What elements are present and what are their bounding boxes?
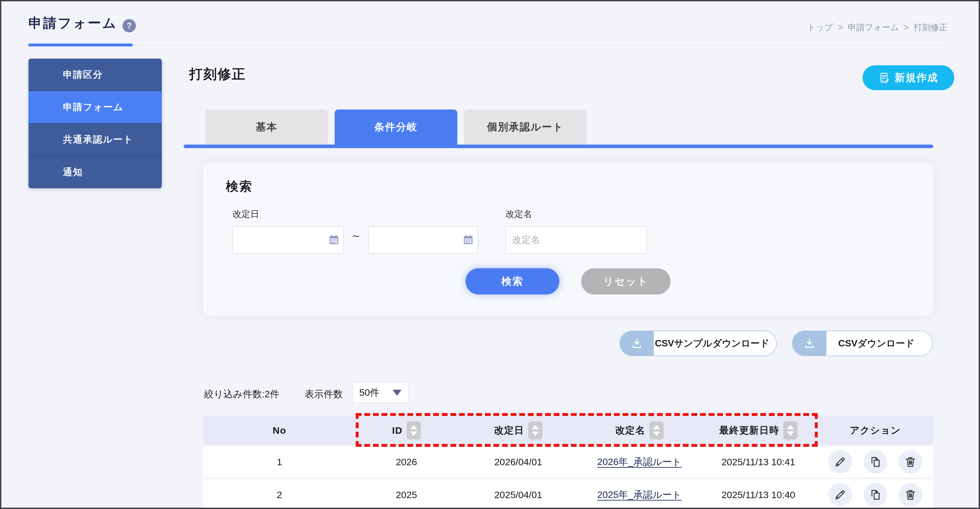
app-title: 申請フォーム [29, 14, 118, 32]
pencil-icon [834, 488, 847, 501]
trash-icon [904, 455, 917, 469]
revision-date-to-field [369, 226, 478, 254]
sort-up-icon [787, 425, 794, 429]
table-row: 1 2026 2026/04/01 2026年_承認ルート 2025/11/13… [203, 446, 933, 477]
reset-button[interactable]: リセット [581, 268, 671, 295]
copy-button[interactable] [864, 450, 887, 474]
delete-button[interactable] [899, 483, 922, 507]
csv-download-button[interactable]: CSVダウンロード [792, 330, 933, 356]
revision-date-from-input[interactable] [233, 227, 343, 253]
sort-up-icon [410, 425, 417, 429]
delete-button[interactable] [899, 450, 922, 474]
tab-bar: 基本 条件分岐 個別承認ルート [205, 109, 587, 144]
sort-button-id[interactable] [407, 421, 421, 439]
new-document-icon [879, 72, 891, 84]
tab-underline-bar [184, 144, 933, 148]
create-new-button-label: 新規作成 [895, 71, 938, 85]
column-header-revision-name: 改定名 [579, 421, 699, 439]
column-header-id: ID [356, 421, 457, 439]
edit-button[interactable] [828, 450, 852, 474]
revision-date-from-field [232, 226, 344, 254]
sort-button-last-updated[interactable] [783, 421, 797, 439]
csv-download-label: CSVダウンロード [826, 331, 932, 355]
table-row: 2 2025 2025/04/01 2025年_承認ルート 2025/11/13… [203, 479, 933, 509]
search-panel-title: 検索 [226, 178, 253, 195]
csv-sample-download-button[interactable]: CSVサンプルダウンロード [619, 330, 777, 356]
column-header-actions: アクション [817, 424, 933, 437]
revision-table: No ID 改定日 改定名 [203, 416, 933, 509]
sort-up-icon [532, 425, 539, 429]
calendar-icon[interactable] [463, 234, 474, 246]
cell-revision-date: 2026/04/01 [457, 457, 579, 468]
sidebar-item-notification[interactable]: 通知 [29, 156, 162, 188]
search-button[interactable]: 検索 [466, 268, 559, 295]
column-header-no: No [203, 425, 356, 436]
cell-no: 2 [203, 490, 356, 500]
sidebar: 申請区分 申請フォーム 共通承認ルート 通知 [29, 59, 162, 188]
sort-up-icon [653, 425, 660, 429]
sort-button-revision-name[interactable] [649, 421, 663, 439]
breadcrumb-separator: > [838, 23, 843, 32]
download-icon [620, 331, 654, 355]
sidebar-item-common-approval-route[interactable]: 共通承認ルート [29, 124, 162, 156]
table-header-row: No ID 改定日 改定名 [203, 416, 933, 445]
csv-sample-download-label: CSVサンプルダウンロード [654, 331, 776, 355]
revision-name-input[interactable] [506, 226, 647, 254]
tab-basic[interactable]: 基本 [205, 109, 328, 144]
cell-last-updated: 2025/11/13 10:41 [699, 457, 817, 468]
sort-down-icon [653, 431, 660, 436]
revision-date-label: 改定日 [232, 208, 259, 220]
tab-conditional-branch[interactable]: 条件分岐 [335, 109, 457, 144]
cell-last-updated: 2025/11/13 10:40 [699, 490, 817, 500]
breadcrumb-application-form[interactable]: 申請フォーム [848, 22, 899, 33]
tab-individual-approval-route[interactable]: 個別承認ルート [464, 109, 587, 144]
cell-revision-date: 2025/04/01 [457, 490, 579, 500]
copy-icon [869, 455, 882, 469]
column-header-revision-date: 改定日 [457, 421, 579, 439]
page-title: 打刻修正 [189, 65, 246, 83]
revision-name-label: 改定名 [506, 208, 532, 220]
breadcrumb-top[interactable]: トップ [807, 22, 833, 33]
header-divider [132, 45, 950, 45]
download-icon [792, 331, 826, 355]
sort-down-icon [410, 431, 417, 436]
copy-icon [869, 488, 882, 501]
revision-name-link[interactable]: 2025年_承認ルート [597, 488, 682, 501]
sidebar-item-application-form[interactable]: 申請フォーム [29, 91, 162, 124]
page-size-label: 表示件数 [305, 388, 343, 401]
edit-button[interactable] [828, 483, 852, 507]
help-icon[interactable]: ? [123, 19, 136, 32]
filtered-count-text: 絞り込み件数:2件 [204, 388, 280, 401]
page-size-select[interactable]: 50件 [352, 382, 409, 403]
cell-id: 2025 [356, 490, 457, 500]
revision-date-to-input[interactable] [369, 227, 477, 253]
sort-down-icon [787, 431, 794, 436]
page-size-value: 50件 [359, 386, 380, 399]
breadcrumb-current-page: 打刻修正 [914, 22, 948, 33]
sort-button-revision-date[interactable] [528, 421, 542, 439]
trash-icon [904, 488, 917, 501]
cell-id: 2026 [356, 457, 457, 468]
pencil-icon [834, 455, 847, 469]
app-window: 申請フォーム ? トップ > 申請フォーム > 打刻修正 申請区分 申請フォーム… [0, 0, 980, 509]
search-panel: 検索 改定日 改定名 ~ [203, 162, 933, 316]
revision-name-link[interactable]: 2026年_承認ルート [597, 455, 682, 468]
sidebar-item-application-category[interactable]: 申請区分 [29, 59, 162, 91]
calendar-icon[interactable] [328, 234, 340, 246]
date-range-separator: ~ [348, 229, 364, 243]
chevron-down-icon [393, 390, 401, 396]
column-header-last-updated: 最終更新日時 [699, 421, 817, 439]
title-underline [29, 44, 132, 46]
breadcrumb: トップ > 申請フォーム > 打刻修正 [807, 22, 948, 33]
breadcrumb-separator: > [904, 23, 909, 32]
create-new-button[interactable]: 新規作成 [862, 65, 954, 90]
sort-down-icon [532, 431, 539, 436]
copy-button[interactable] [864, 483, 887, 507]
cell-no: 1 [203, 457, 356, 468]
